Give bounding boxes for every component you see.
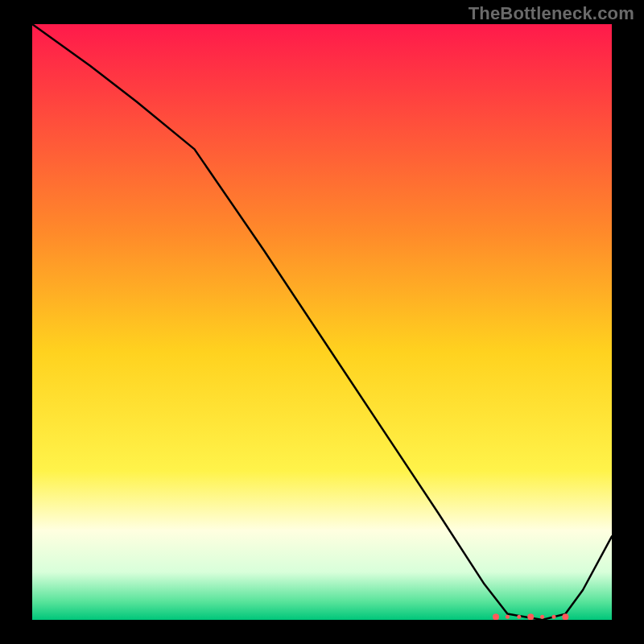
optimal-marker [540, 615, 544, 619]
chart-svg [32, 24, 612, 620]
optimal-marker [517, 615, 521, 619]
optimal-marker [562, 613, 568, 620]
plot-area [32, 24, 612, 620]
gradient-background [32, 24, 612, 620]
optimal-marker [552, 615, 556, 619]
optimal-marker [527, 613, 534, 620]
optimal-marker [506, 615, 510, 619]
optimal-marker [493, 613, 499, 620]
watermark-text: TheBottleneck.com [469, 3, 634, 24]
chart-frame: TheBottleneck.com [0, 0, 644, 644]
